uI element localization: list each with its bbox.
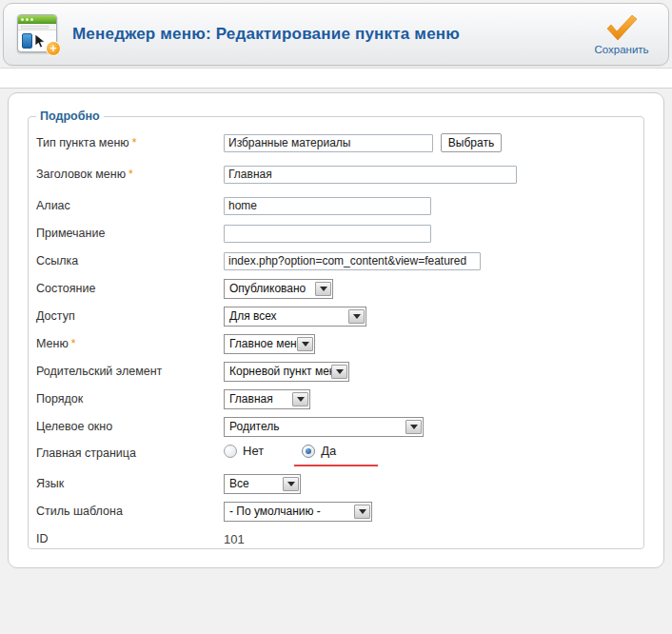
chevron-down-icon [405, 420, 422, 434]
homepage-no-radio[interactable] [224, 445, 237, 458]
field-row-menu-item-type: Тип пункта меню* Выбрать [36, 132, 634, 153]
field-label: Алиас [36, 199, 224, 212]
field-label: Главная страница [36, 444, 224, 460]
alias-input[interactable] [224, 197, 431, 215]
field-label: Состояние [36, 282, 224, 295]
field-label: Стиль шаблона [36, 505, 224, 518]
menu-item-type-input[interactable] [224, 134, 433, 152]
field-label: Целевое окно [36, 420, 224, 433]
details-fieldset: Подробно Тип пункта меню* Выбрать Заголо… [28, 109, 644, 549]
field-label: Ссылка [36, 254, 224, 267]
details-legend: Подробно [36, 109, 104, 123]
note-input[interactable] [224, 225, 431, 243]
access-select[interactable]: Для всех [224, 307, 366, 327]
field-row-link: Ссылка [36, 250, 634, 271]
target-window-select[interactable]: Родитель [224, 417, 424, 437]
chevron-down-icon [315, 282, 331, 296]
template-style-select[interactable]: - По умолчанию - [224, 502, 372, 522]
menu-select[interactable]: Главное меню [224, 334, 315, 354]
id-value: 101 [224, 532, 245, 546]
language-select[interactable]: Все [224, 474, 301, 494]
field-row-template-style: Стиль шаблона - По умолчанию - [36, 501, 634, 522]
field-label: Порядок [36, 392, 224, 406]
save-button[interactable]: Сохранить [588, 12, 655, 57]
choose-type-button[interactable]: Выбрать [441, 133, 502, 152]
save-button-label: Сохранить [594, 44, 648, 55]
required-asterisk: * [71, 337, 76, 350]
homepage-yes-label: Да [321, 444, 336, 458]
chevron-down-icon [297, 337, 313, 351]
add-plus-badge-icon: + [46, 41, 61, 56]
order-select-value: Главная [226, 392, 277, 406]
template-select-value: - По умолчанию - [226, 505, 325, 518]
field-row-menu: Меню* Главное меню [36, 333, 634, 354]
field-label: Заголовок меню* [36, 168, 224, 181]
homepage-no-label: Нет [243, 444, 264, 458]
cursor-arrow-icon [33, 33, 47, 49]
chevron-down-icon [348, 309, 365, 324]
homepage-yes-radio[interactable] [302, 445, 315, 458]
field-label: Родительский элемент [36, 365, 224, 378]
access-select-value: Для всех [226, 309, 281, 323]
chevron-down-icon [292, 392, 308, 406]
field-label: Доступ [36, 309, 224, 323]
menu-manager-icon: + [15, 12, 61, 56]
content-panel: Подробно Тип пункта меню* Выбрать Заголо… [8, 92, 664, 568]
target-select-value: Родитель [226, 420, 283, 433]
field-row-id: ID 101 [36, 528, 634, 549]
chevron-down-icon [331, 365, 347, 379]
chevron-down-icon [283, 477, 299, 491]
field-row-language: Язык Все [36, 473, 634, 494]
field-label: Меню* [36, 337, 224, 350]
field-row-note: Примечание [36, 223, 634, 244]
field-row-order: Порядок Главная [36, 388, 634, 409]
required-asterisk: * [128, 168, 133, 181]
menu-select-value: Главное меню [226, 337, 297, 350]
field-label: Примечание [36, 227, 224, 240]
field-row-alias: Алиас [36, 195, 634, 216]
link-input[interactable] [224, 252, 481, 270]
chevron-down-icon [354, 505, 370, 519]
field-row-state: Состояние Опубликовано [36, 278, 634, 299]
field-row-access: Доступ Для всех [36, 306, 634, 327]
parent-item-select[interactable]: Корневой пункт меню [224, 362, 349, 382]
field-row-parent: Родительский элемент Корневой пункт меню [36, 361, 634, 382]
required-asterisk: * [132, 136, 137, 149]
state-select[interactable]: Опубликовано [224, 279, 333, 299]
page-title: Менеджер меню: Редактирование пункта мен… [72, 25, 588, 44]
save-check-icon [604, 14, 639, 41]
parent-select-value: Корневой пункт меню [226, 365, 331, 378]
homepage-yes-underline [294, 465, 378, 466]
state-select-value: Опубликовано [226, 282, 309, 295]
order-select[interactable]: Главная [224, 389, 310, 409]
field-row-menu-title: Заголовок меню* [36, 160, 634, 188]
field-label: Язык [36, 477, 224, 490]
field-row-homepage: Главная страница Нет Да [36, 444, 634, 466]
menu-title-input[interactable] [224, 166, 517, 184]
field-label: ID [36, 532, 224, 545]
field-row-target: Целевое окно Родитель [36, 416, 634, 437]
language-select-value: Все [226, 477, 253, 490]
toolbar-header: + Менеджер меню: Редактирование пункта м… [3, 3, 669, 66]
submenu-strip [0, 68, 672, 89]
field-label: Тип пункта меню* [36, 136, 224, 149]
